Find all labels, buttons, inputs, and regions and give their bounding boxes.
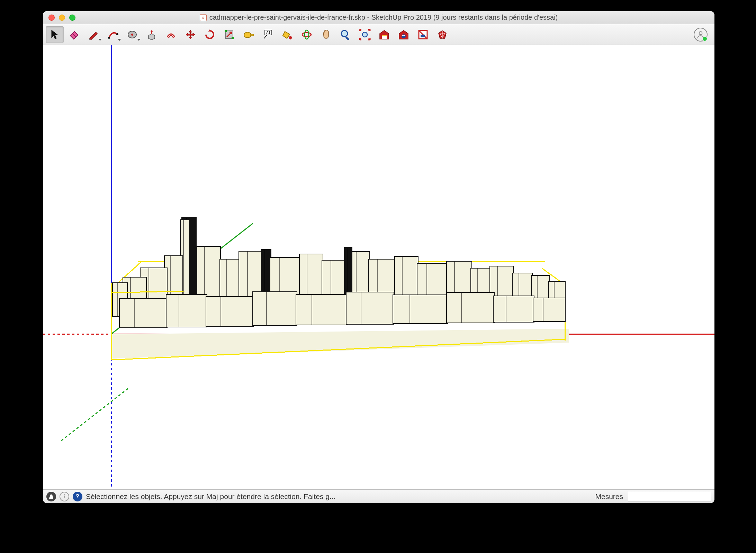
status-bar: i ? Sélectionnez les objets. Appuyez sur…	[43, 489, 714, 503]
tape-measure-tool[interactable]	[240, 26, 258, 43]
svg-point-14	[305, 30, 309, 39]
svg-point-22	[404, 35, 405, 36]
zoom-extents-tool[interactable]	[356, 26, 374, 43]
svg-point-21	[402, 35, 404, 36]
scale-tool[interactable]	[220, 26, 238, 43]
rotate-tool[interactable]	[201, 26, 219, 43]
pan-tool[interactable]	[317, 26, 335, 43]
axis-green-negative	[61, 387, 130, 441]
window-title: s cadmapper-le-pre-saint-gervais-ile-de-…	[43, 13, 714, 21]
profile-status-badge	[702, 36, 708, 42]
ruby-tool[interactable]	[433, 26, 451, 43]
zoom-window-button[interactable]	[69, 15, 75, 21]
offset-tool[interactable]	[162, 26, 180, 43]
svg-rect-4	[151, 32, 152, 34]
select-tool[interactable]	[46, 26, 64, 43]
measures-input[interactable]	[628, 492, 711, 501]
svg-point-8	[244, 32, 251, 38]
svg-point-1	[116, 33, 118, 35]
shape-tool[interactable]	[123, 26, 141, 43]
orbit-tool[interactable]	[298, 26, 316, 43]
warehouse-tool[interactable]	[375, 26, 393, 43]
geolocation-icon[interactable]	[46, 492, 56, 501]
svg-text:A1: A1	[266, 31, 271, 35]
user-profile-button[interactable]	[694, 28, 708, 42]
svg-point-15	[341, 30, 348, 37]
arc-tool[interactable]	[104, 26, 122, 43]
svg-point-12	[289, 36, 292, 39]
svg-point-0	[108, 37, 110, 39]
city-model	[112, 235, 566, 342]
titlebar: s cadmapper-le-pre-saint-gervais-ile-de-…	[43, 11, 714, 24]
axis-red-negative	[43, 334, 111, 335]
selection-bbox-edge	[112, 339, 565, 360]
svg-point-3	[131, 34, 133, 36]
help-icon[interactable]: ?	[73, 492, 82, 501]
zoom-tool[interactable]	[336, 26, 354, 43]
status-hint: Sélectionnez les objets. Appuyez sur Maj…	[86, 492, 592, 501]
svg-rect-19	[382, 35, 387, 36]
move-tool[interactable]	[181, 26, 199, 43]
measures-label: Mesures	[595, 492, 623, 501]
svg-point-13	[302, 33, 311, 37]
close-window-button[interactable]	[48, 15, 55, 21]
main-toolbar: A1	[43, 24, 714, 45]
layout-tool[interactable]	[414, 26, 432, 43]
minimize-window-button[interactable]	[59, 15, 65, 21]
app-window: s cadmapper-le-pre-saint-gervais-ile-de-…	[43, 11, 714, 503]
viewport-3d[interactable]	[43, 45, 714, 489]
svg-rect-6	[225, 30, 227, 32]
svg-rect-9	[250, 34, 254, 36]
paint-bucket-tool[interactable]	[278, 26, 296, 43]
svg-rect-16	[345, 36, 349, 40]
window-title-text: cadmapper-le-pre-saint-gervais-ile-de-fr…	[209, 13, 558, 21]
svg-rect-24	[421, 35, 425, 37]
eraser-tool[interactable]	[65, 26, 83, 43]
draw-tool[interactable]	[84, 26, 102, 43]
svg-point-25	[699, 31, 702, 35]
extension-warehouse-tool[interactable]	[395, 26, 413, 43]
svg-point-20	[402, 34, 406, 38]
svg-point-17	[362, 32, 367, 37]
pushpull-tool[interactable]	[143, 26, 161, 43]
text-tool[interactable]: A1	[259, 26, 277, 43]
credits-icon[interactable]: i	[60, 492, 69, 501]
window-controls	[43, 15, 75, 21]
svg-rect-7	[232, 37, 234, 39]
file-type-icon: s	[200, 14, 207, 21]
